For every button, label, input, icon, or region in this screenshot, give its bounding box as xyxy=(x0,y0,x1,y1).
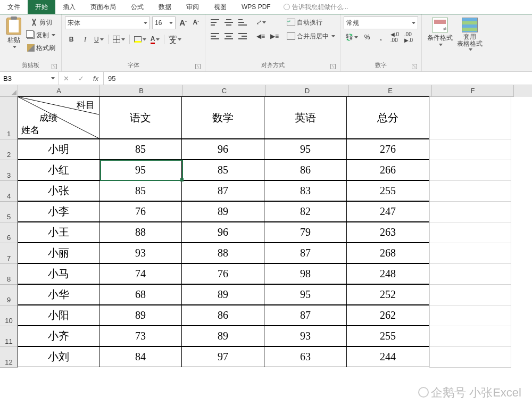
align-middle-button[interactable] xyxy=(222,16,235,28)
col-header-d[interactable]: D xyxy=(266,85,349,97)
cell-a8[interactable]: 小马 xyxy=(18,263,99,284)
bold-button[interactable]: B xyxy=(65,34,78,45)
row-header[interactable]: 2 xyxy=(0,139,18,160)
menu-formula[interactable]: 公式 xyxy=(123,0,151,14)
cell-b9[interactable]: 68 xyxy=(99,284,182,305)
cell-d2[interactable]: 95 xyxy=(264,139,347,160)
row-header-1[interactable]: 1 xyxy=(0,97,18,139)
cell-c12[interactable]: 97 xyxy=(181,346,264,367)
decrease-indent-button[interactable]: ◀≡ xyxy=(254,30,267,42)
cell-f9[interactable] xyxy=(429,285,511,305)
cell-f4[interactable] xyxy=(429,181,511,202)
border-button[interactable] xyxy=(111,34,127,45)
cell-d10[interactable]: 87 xyxy=(264,305,347,326)
font-size-select[interactable]: 16 xyxy=(152,16,176,29)
cell-c5[interactable]: 89 xyxy=(181,201,264,222)
cell-f2[interactable] xyxy=(429,139,511,160)
cell-f3[interactable] xyxy=(429,160,511,181)
cell-a3[interactable]: 小红 xyxy=(18,160,99,180)
format-as-table-button[interactable]: 套用 表格格式 xyxy=(455,16,485,62)
col-header-a[interactable]: A xyxy=(18,85,100,97)
accept-formula-button[interactable]: ✓ xyxy=(73,75,88,82)
cell-e11[interactable]: 255 xyxy=(346,326,429,346)
launcher-icon[interactable]: ⤡ xyxy=(412,64,417,69)
cell-d11[interactable]: 93 xyxy=(264,326,347,346)
cell-d7[interactable]: 87 xyxy=(264,243,347,263)
menu-data[interactable]: 数据 xyxy=(151,0,179,14)
orientation-button[interactable]: ⤢ xyxy=(254,16,268,28)
cell-f8[interactable] xyxy=(429,264,511,285)
worksheet[interactable]: A B C D E F 1 科目 成绩 姓名 语文 数学 英语 总分 2小明85… xyxy=(0,85,532,368)
cell-c2[interactable]: 96 xyxy=(181,139,264,160)
cell-a5[interactable]: 小李 xyxy=(18,201,99,222)
formula-input[interactable]: 95 xyxy=(104,72,532,85)
cell-b8[interactable]: 74 xyxy=(99,263,182,284)
cell-e7[interactable]: 268 xyxy=(346,243,429,263)
tell-me[interactable]: 告诉我您想做什么... xyxy=(278,0,354,14)
col-header-f[interactable]: F xyxy=(432,85,514,97)
launcher-icon[interactable]: ⤡ xyxy=(195,64,201,69)
cell-e4[interactable]: 255 xyxy=(346,180,429,201)
cell-c1[interactable]: 数学 xyxy=(181,96,264,139)
italic-button[interactable]: I xyxy=(79,34,92,45)
decrease-font-button[interactable]: Aˇ xyxy=(190,16,201,28)
cut-button[interactable]: 剪切 xyxy=(29,16,54,28)
cell-e10[interactable]: 262 xyxy=(346,305,429,326)
menu-view[interactable]: 视图 xyxy=(206,0,234,14)
cell-b7[interactable]: 93 xyxy=(99,243,182,263)
cell-b12[interactable]: 84 xyxy=(99,346,182,367)
cell-a1[interactable]: 科目 成绩 姓名 xyxy=(18,96,99,139)
cell-a6[interactable]: 小王 xyxy=(18,222,99,243)
menu-insert[interactable]: 插入 xyxy=(55,0,83,14)
menu-wpspdf[interactable]: WPS PDF xyxy=(234,0,278,14)
decrease-decimal-button[interactable]: .00▶.0 xyxy=(402,31,415,43)
align-top-button[interactable] xyxy=(209,16,221,28)
fx-button[interactable]: fx xyxy=(88,75,103,82)
cell-f12[interactable] xyxy=(429,347,511,368)
cell-a12[interactable]: 小刘 xyxy=(18,346,99,367)
row-header[interactable]: 11 xyxy=(0,326,18,347)
cell-c7[interactable]: 88 xyxy=(181,243,264,263)
font-family-select[interactable]: 宋体 xyxy=(65,16,150,29)
menu-review[interactable]: 审阅 xyxy=(179,0,206,14)
cell-a11[interactable]: 小齐 xyxy=(18,326,99,346)
cell-a9[interactable]: 小华 xyxy=(18,284,99,305)
cell-c9[interactable]: 89 xyxy=(181,284,264,305)
cell-e5[interactable]: 247 xyxy=(346,201,429,222)
select-all-corner[interactable] xyxy=(0,85,18,97)
cell-b5[interactable]: 76 xyxy=(99,201,182,222)
launcher-icon[interactable]: ⤡ xyxy=(330,64,336,69)
col-header-c[interactable]: C xyxy=(183,85,266,97)
row-header[interactable]: 6 xyxy=(0,222,18,243)
fill-color-button[interactable] xyxy=(132,34,148,45)
align-left-button[interactable] xyxy=(209,30,221,42)
cell-f10[interactable] xyxy=(429,305,511,326)
menu-layout[interactable]: 页面布局 xyxy=(83,0,123,14)
cell-d1[interactable]: 英语 xyxy=(264,96,347,139)
cell-a2[interactable]: 小明 xyxy=(18,139,99,160)
merge-center-button[interactable]: 合并后居中 xyxy=(285,30,337,42)
col-header-b[interactable]: B xyxy=(100,85,183,97)
cell-b11[interactable]: 73 xyxy=(99,326,182,346)
percent-button[interactable]: % xyxy=(361,31,373,43)
cell-e12[interactable]: 244 xyxy=(346,346,429,367)
cell-d4[interactable]: 83 xyxy=(264,180,347,201)
cell-b3[interactable]: 95 xyxy=(99,160,182,180)
cell-b4[interactable]: 85 xyxy=(99,180,182,201)
cell-b2[interactable]: 85 xyxy=(99,139,182,160)
cell-c3[interactable]: 85 xyxy=(181,160,264,180)
cell-e6[interactable]: 263 xyxy=(346,222,429,243)
row-header[interactable]: 10 xyxy=(0,305,18,326)
menu-home[interactable]: 开始 xyxy=(28,0,55,14)
cell-c11[interactable]: 89 xyxy=(181,326,264,346)
comma-button[interactable]: , xyxy=(375,31,387,43)
col-header-e[interactable]: E xyxy=(349,85,432,97)
cell-d5[interactable]: 82 xyxy=(264,201,347,222)
name-box[interactable]: B3 xyxy=(0,72,59,85)
cell-c8[interactable]: 76 xyxy=(181,263,264,284)
cell-a7[interactable]: 小丽 xyxy=(18,243,99,263)
cell-e9[interactable]: 252 xyxy=(346,284,429,305)
increase-decimal-button[interactable]: ◀.0.00 xyxy=(388,31,401,43)
align-right-button[interactable] xyxy=(236,30,249,42)
increase-indent-button[interactable]: ▶≡ xyxy=(268,30,281,42)
